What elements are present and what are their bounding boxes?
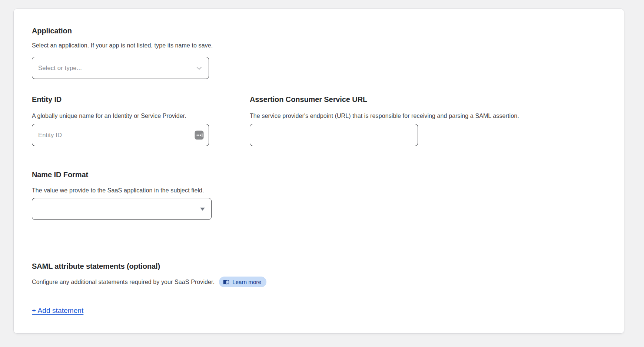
entity-acs-row: Entity ID A globally unique name for an … — [32, 95, 606, 146]
application-select-input[interactable] — [38, 65, 195, 72]
acs-url-section: Assertion Consumer Service URL The servi… — [250, 95, 606, 146]
name-id-format-select[interactable] — [32, 198, 212, 220]
page-background: Application Select an application. If yo… — [0, 0, 644, 347]
application-description: Select an application. If your app is no… — [32, 42, 606, 49]
entity-id-field[interactable] — [32, 124, 209, 146]
saml-attributes-section: SAML attribute statements (optional) Con… — [32, 262, 606, 315]
acs-url-description: The service provider's endpoint (URL) th… — [250, 112, 606, 119]
entity-id-title: Entity ID — [32, 95, 250, 104]
learn-more-label: Learn more — [232, 279, 261, 285]
name-id-format-title: Name ID Format — [32, 170, 606, 179]
name-id-format-description: The value we provide to the SaaS applica… — [32, 187, 606, 194]
acs-url-title: Assertion Consumer Service URL — [250, 95, 606, 104]
acs-url-input[interactable] — [250, 124, 418, 146]
saas-app-config-card: Application Select an application. If yo… — [13, 9, 624, 334]
application-section: Application Select an application. If yo… — [32, 26, 606, 79]
book-icon — [223, 279, 229, 285]
add-statement-link[interactable]: + Add statement — [32, 307, 83, 315]
application-select[interactable] — [32, 57, 209, 79]
saml-attributes-description: Configure any additional statements requ… — [32, 278, 215, 285]
autofill-icon[interactable] — [195, 130, 204, 140]
chevron-down-icon — [195, 64, 203, 72]
entity-id-section: Entity ID A globally unique name for an … — [32, 95, 250, 146]
saml-attributes-description-row: Configure any additional statements requ… — [32, 277, 606, 287]
caret-down-icon — [199, 206, 206, 212]
saml-attributes-title: SAML attribute statements (optional) — [32, 262, 606, 271]
application-title: Application — [32, 26, 606, 36]
name-id-format-section: Name ID Format The value we provide to t… — [32, 170, 606, 220]
entity-id-input[interactable] — [38, 132, 195, 139]
entity-id-description: A globally unique name for an Identity o… — [32, 112, 250, 119]
learn-more-button[interactable]: Learn more — [219, 277, 266, 287]
